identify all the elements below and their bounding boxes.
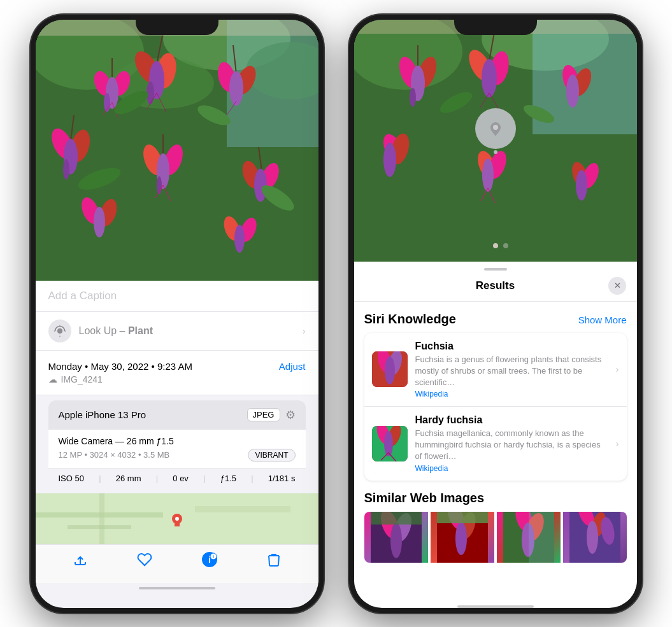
camera-header: Apple iPhone 13 Pro JPEG ⚙ bbox=[48, 400, 306, 430]
meta-filename-row: ☁ IMG_4241 bbox=[48, 374, 306, 384]
camera-section: Apple iPhone 13 Pro JPEG ⚙ Wide Camera —… bbox=[48, 400, 306, 488]
similar-img-2[interactable] bbox=[431, 512, 494, 563]
sheet-title: Results bbox=[476, 279, 515, 292]
svg-rect-119 bbox=[437, 512, 488, 523]
svg-point-113 bbox=[390, 523, 402, 558]
similar-img-4[interactable] bbox=[563, 512, 627, 563]
lookup-icon bbox=[48, 320, 71, 342]
sheet-header: Results ✕ bbox=[354, 271, 637, 302]
info-button[interactable]: i i bbox=[201, 551, 218, 568]
svg-point-29 bbox=[63, 159, 69, 180]
adjust-button[interactable]: Adjust bbox=[279, 361, 306, 372]
svg-point-118 bbox=[455, 522, 467, 555]
svg-rect-114 bbox=[371, 512, 422, 525]
exif-row: ISO 50 | 26 mm | 0 ev | ƒ1.5 | 1/181 s bbox=[48, 468, 306, 488]
home-indicator-2 bbox=[457, 605, 534, 608]
similar-img-3[interactable] bbox=[497, 512, 561, 563]
siri-item-1-source: Wikipedia bbox=[415, 390, 608, 398]
favorite-button[interactable] bbox=[137, 552, 152, 567]
svg-point-85 bbox=[383, 143, 396, 177]
camera-resolution: 12 MP • 3024 × 4032 • 3.5 MB bbox=[59, 450, 170, 460]
photo-area-1[interactable] bbox=[36, 20, 318, 281]
siri-item-2-source: Wikipedia bbox=[415, 464, 608, 473]
exif-div2: | bbox=[156, 474, 158, 483]
svg-point-73 bbox=[410, 88, 416, 107]
siri-item-2-desc: Fuchsia magellanica, commonly known as t… bbox=[415, 428, 608, 463]
svg-rect-54 bbox=[99, 493, 104, 544]
similar-images-row[interactable] bbox=[364, 512, 627, 563]
siri-thumb-1 bbox=[372, 351, 408, 387]
photo-area-2[interactable] bbox=[354, 20, 637, 262]
cloud-icon: ☁ bbox=[48, 374, 57, 384]
siri-knowledge-section: Siri Knowledge Show More bbox=[354, 302, 637, 491]
exif-aperture: ƒ1.5 bbox=[220, 474, 236, 483]
svg-point-128 bbox=[587, 521, 598, 554]
svg-point-77 bbox=[482, 59, 497, 97]
exif-iso: ISO 50 bbox=[59, 474, 84, 483]
meta-date-row: Monday • May 30, 2022 • 9:23 AM Adjust bbox=[48, 361, 306, 372]
exif-div4: | bbox=[251, 474, 253, 483]
phone-2: Results ✕ Siri Knowledge Show More bbox=[349, 15, 642, 613]
lookup-label: Look Up – Plant bbox=[79, 325, 154, 337]
similar-img-1[interactable] bbox=[364, 512, 428, 563]
siri-item-1-title: Fuchsia bbox=[415, 341, 608, 352]
settings-icon: ⚙ bbox=[285, 408, 296, 422]
filename-text: IMG_4241 bbox=[61, 374, 103, 384]
meta-date: Monday • May 30, 2022 • 9:23 AM bbox=[48, 361, 192, 372]
siri-item-2-chevron: › bbox=[616, 439, 619, 449]
svg-point-40 bbox=[254, 169, 267, 202]
siri-thumb-2 bbox=[372, 426, 408, 461]
siri-item-2-content: Hardy fuchsia Fuchsia magellanica, commo… bbox=[415, 414, 608, 473]
map-area[interactable] bbox=[36, 493, 318, 544]
siri-item-hardy[interactable]: Hardy fuchsia Fuchsia magellanica, commo… bbox=[364, 407, 627, 481]
siri-item-fuchsia[interactable]: Fuchsia Fuchsia is a genus of flowering … bbox=[364, 333, 627, 407]
svg-rect-58 bbox=[175, 523, 180, 526]
lookup-chevron: › bbox=[303, 326, 306, 336]
share-button[interactable] bbox=[73, 552, 88, 567]
camera-wide: Wide Camera — 26 mm ƒ1.5 bbox=[59, 436, 296, 446]
exif-focal: 26 mm bbox=[116, 474, 141, 483]
siri-header: Siri Knowledge Show More bbox=[364, 312, 627, 327]
svg-point-88 bbox=[482, 159, 494, 192]
meta-section: Monday • May 30, 2022 • 9:23 AM Adjust ☁… bbox=[36, 351, 318, 395]
siri-item-1-content: Fuchsia Fuchsia is a genus of flowering … bbox=[415, 341, 608, 399]
notch-1 bbox=[136, 15, 218, 35]
delete-button[interactable] bbox=[267, 552, 281, 567]
show-more-button[interactable]: Show More bbox=[578, 314, 627, 325]
notch-2 bbox=[454, 15, 537, 35]
siri-card: Fuchsia Fuchsia is a genus of flowering … bbox=[364, 333, 627, 481]
camera-details: Wide Camera — 26 mm ƒ1.5 12 MP • 3024 × … bbox=[48, 430, 306, 468]
siri-section-title: Siri Knowledge bbox=[364, 312, 456, 327]
svg-rect-56 bbox=[68, 525, 131, 529]
camera-model: Apple iPhone 13 Pro bbox=[59, 409, 147, 420]
similar-title: Similar Web Images bbox=[364, 491, 627, 505]
home-indicator-1 bbox=[139, 587, 215, 589]
similar-web-images-section: Similar Web Images bbox=[354, 491, 637, 573]
camera-badges: JPEG ⚙ bbox=[247, 408, 296, 422]
visual-lookup-bubble[interactable] bbox=[475, 108, 516, 149]
exif-div3: | bbox=[203, 474, 205, 483]
svg-point-23 bbox=[229, 71, 243, 106]
siri-item-1-desc: Fuchsia is a genus of flowering plants t… bbox=[415, 354, 608, 389]
svg-point-93 bbox=[576, 170, 587, 201]
svg-point-103 bbox=[385, 356, 395, 384]
svg-rect-124 bbox=[529, 512, 554, 563]
format-badge: JPEG bbox=[247, 408, 280, 421]
exif-ev: 0 ev bbox=[173, 474, 189, 483]
close-button[interactable]: ✕ bbox=[608, 277, 626, 295]
svg-point-98 bbox=[503, 243, 508, 248]
svg-point-97 bbox=[493, 243, 498, 248]
caption-area[interactable]: Add a Caption bbox=[36, 281, 318, 312]
siri-item-1-chevron: › bbox=[616, 364, 619, 374]
svg-point-59 bbox=[175, 517, 179, 521]
camera-specs-row: 12 MP • 3024 × 4032 • 3.5 MB VIBRANT bbox=[59, 449, 296, 461]
screen-1: Add a Caption Look Up – Plant › Monday •… bbox=[36, 20, 318, 608]
svg-point-47 bbox=[94, 207, 105, 237]
phone-1: Add a Caption Look Up – Plant › Monday •… bbox=[31, 15, 324, 613]
results-sheet: Results ✕ Siri Knowledge Show More bbox=[354, 262, 637, 602]
svg-point-99 bbox=[493, 125, 498, 130]
vibrant-badge: VIBRANT bbox=[248, 449, 295, 461]
siri-item-2-title: Hardy fuchsia bbox=[415, 414, 608, 426]
svg-rect-55 bbox=[195, 506, 290, 512]
lookup-row[interactable]: Look Up – Plant › bbox=[36, 312, 318, 351]
